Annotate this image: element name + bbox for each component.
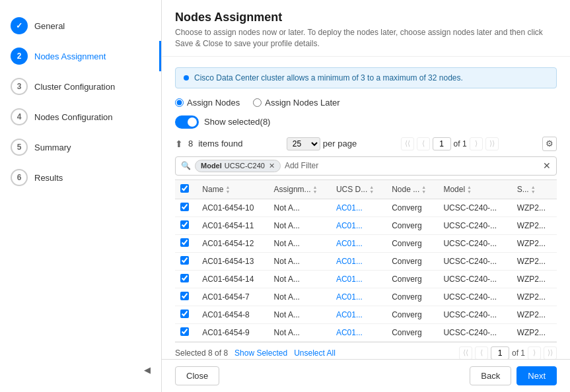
table-toolbar: ⬆ 8 items found 251050100 per page ⟨⟨ ⟨ … [175, 137, 557, 151]
col-sort-model[interactable]: Model ▲▼ [443, 185, 472, 194]
show-selected-toggle[interactable] [175, 115, 199, 129]
footer-left: Close [175, 366, 219, 385]
ucs-domain-link[interactable]: AC01... [336, 221, 363, 230]
page-first-button[interactable]: ⟨⟨ [401, 137, 414, 150]
ucs-domain-link[interactable]: AC01... [336, 257, 363, 266]
row-checkbox-cell[interactable] [175, 252, 197, 270]
filter-tag-close-button[interactable]: ✕ [269, 162, 275, 170]
row-checkbox[interactable] [180, 292, 189, 300]
sidebar-label-nodes-configuration: Nodes Configuration [34, 112, 113, 122]
row-serial: WZP2... [512, 252, 557, 270]
row-checkbox[interactable] [180, 327, 189, 336]
info-banner-text: Cisco Data Center cluster allows a minim… [194, 73, 463, 82]
footer-next-button[interactable]: ⟩ [528, 346, 541, 359]
back-button[interactable]: Back [470, 366, 511, 385]
col-header-assignment[interactable]: Assignm... ▲▼ [269, 180, 331, 199]
sidebar-item-cluster-configuration[interactable]: 3 Cluster Configuration [0, 71, 161, 102]
row-ucs-domain[interactable]: AC01... [331, 199, 386, 216]
show-selected-button[interactable]: Show Selected [234, 348, 287, 358]
sidebar-item-results[interactable]: 6 Results [0, 162, 161, 193]
col-sort-name[interactable]: Name ▲▼ [202, 185, 230, 194]
page-last-button[interactable]: ⟩⟩ [485, 137, 499, 150]
radio-assign-nodes-later-input[interactable] [253, 98, 262, 107]
table-settings-button[interactable]: ⚙ [542, 137, 557, 151]
row-checkbox-cell[interactable] [175, 216, 197, 234]
footer-prev-button[interactable]: ⟨ [475, 346, 488, 359]
row-node-type: Converg [386, 199, 438, 216]
col-header-model[interactable]: Model ▲▼ [438, 180, 511, 199]
footer-page-input[interactable] [491, 346, 509, 359]
row-ucs-domain[interactable]: AC01... [331, 306, 386, 323]
col-sort-ucs-domain[interactable]: UCS D... ▲▼ [336, 185, 374, 194]
row-checkbox-cell[interactable] [175, 288, 197, 306]
upload-icon[interactable]: ⬆ [175, 139, 183, 149]
sidebar-collapse-button[interactable]: ◀ [0, 358, 161, 381]
sidebar-label-cluster-configuration: Cluster Configuration [34, 82, 115, 92]
add-filter-button[interactable]: Add Filter [285, 161, 318, 170]
per-page-select[interactable]: 251050100 [287, 137, 320, 150]
sidebar-label-nodes-assignment: Nodes Assignment [34, 51, 106, 61]
row-checkbox-cell[interactable] [175, 270, 197, 288]
col-sort-node-type[interactable]: Node ... ▲▼ [392, 185, 426, 194]
row-ucs-domain[interactable]: AC01... [331, 270, 386, 288]
col-sort-assignment[interactable]: Assignm... ▲▼ [274, 185, 318, 194]
row-ucs-domain[interactable]: AC01... [331, 252, 386, 270]
radio-assign-nodes-label: Assign Nodes [187, 98, 240, 108]
row-node-type: Converg [386, 270, 438, 288]
step-circle-results: 6 [11, 169, 28, 186]
filter-clear-button[interactable]: ✕ [543, 160, 551, 171]
page-total: of 1 [454, 139, 467, 148]
row-assignment: Not A... [269, 199, 331, 216]
row-serial: WZP2... [512, 199, 557, 216]
table-row: AC01-6454-9 Not A... AC01... Converg UCS… [175, 323, 557, 341]
page-number-input[interactable] [433, 137, 451, 150]
row-ucs-domain[interactable]: AC01... [331, 288, 386, 306]
close-button[interactable]: Close [175, 366, 219, 385]
row-checkbox-cell[interactable] [175, 323, 197, 341]
col-header-ucs-domain[interactable]: UCS D... ▲▼ [331, 180, 386, 199]
ucs-domain-link[interactable]: AC01... [336, 203, 363, 212]
row-name: AC01-6454-8 [197, 306, 268, 323]
radio-assign-nodes[interactable]: Assign Nodes [175, 98, 240, 108]
page-next-button[interactable]: ⟩ [470, 137, 483, 150]
footer-first-button[interactable]: ⟨⟨ [459, 346, 472, 359]
row-model: UCSC-C240-... [438, 306, 511, 323]
row-ucs-domain[interactable]: AC01... [331, 216, 386, 234]
unselect-all-button[interactable]: Unselect All [294, 348, 336, 358]
ucs-domain-link[interactable]: AC01... [336, 275, 363, 284]
table-header-row: Name ▲▼ Assignm... ▲▼ UCS D... ▲▼ [175, 180, 557, 199]
row-checkbox[interactable] [180, 274, 189, 282]
col-header-node-type[interactable]: Node ... ▲▼ [386, 180, 438, 199]
row-checkbox[interactable] [180, 238, 189, 247]
row-checkbox[interactable] [180, 203, 189, 211]
select-all-checkbox[interactable] [180, 184, 189, 193]
sidebar-item-nodes-assignment[interactable]: 2 Nodes Assignment [0, 41, 161, 71]
radio-assign-nodes-later[interactable]: Assign Nodes Later [253, 98, 339, 108]
next-button[interactable]: Next [517, 366, 557, 385]
footer-last-button[interactable]: ⟩⟩ [544, 346, 557, 359]
sidebar-label-summary: Summary [34, 143, 71, 152]
radio-assign-nodes-input[interactable] [175, 98, 184, 107]
col-header-name[interactable]: Name ▲▼ [197, 180, 268, 199]
row-checkbox[interactable] [180, 256, 189, 265]
row-checkbox[interactable] [180, 310, 189, 318]
ucs-domain-link[interactable]: AC01... [336, 239, 363, 248]
row-checkbox[interactable] [180, 220, 189, 229]
sidebar-item-general[interactable]: ✓ General [0, 11, 161, 41]
ucs-domain-link[interactable]: AC01... [336, 292, 363, 302]
row-ucs-domain[interactable]: AC01... [331, 323, 386, 341]
row-checkbox-cell[interactable] [175, 199, 197, 216]
ucs-domain-link[interactable]: AC01... [336, 328, 363, 337]
col-sort-serial[interactable]: S... ▲▼ [517, 185, 536, 194]
row-serial: WZP2... [512, 234, 557, 252]
row-assignment: Not A... [269, 234, 331, 252]
ucs-domain-link[interactable]: AC01... [336, 310, 363, 319]
page-prev-button[interactable]: ⟨ [417, 137, 430, 150]
sidebar-item-summary[interactable]: 5 Summary [0, 132, 161, 162]
filter-tag-prefix: Model [201, 162, 222, 170]
row-checkbox-cell[interactable] [175, 306, 197, 323]
col-header-serial[interactable]: S... ▲▼ [512, 180, 557, 199]
row-checkbox-cell[interactable] [175, 234, 197, 252]
sidebar-item-nodes-configuration[interactable]: 4 Nodes Configuration [0, 102, 161, 132]
row-ucs-domain[interactable]: AC01... [331, 234, 386, 252]
